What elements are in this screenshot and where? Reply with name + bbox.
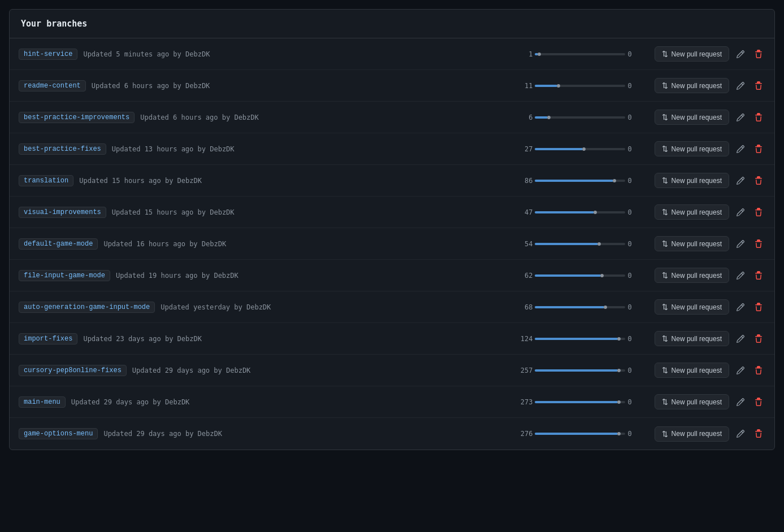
bar-behind bbox=[621, 433, 625, 435]
progress-section: 62 0 bbox=[245, 272, 655, 280]
bar-container bbox=[535, 179, 625, 182]
behind-count: 0 bbox=[627, 50, 631, 58]
bar-ahead bbox=[535, 85, 557, 87]
edit-branch-button[interactable] bbox=[734, 395, 747, 409]
new-pr-label: New pull request bbox=[672, 272, 722, 280]
new-pull-request-button[interactable]: ⇅ New pull request bbox=[655, 110, 729, 125]
bar-behind bbox=[621, 338, 625, 340]
delete-branch-button[interactable] bbox=[752, 142, 765, 156]
trash-icon bbox=[754, 176, 763, 185]
branch-row: translation Updated 15 hours ago by Debz… bbox=[10, 165, 774, 197]
pencil-icon bbox=[736, 429, 745, 438]
branch-actions: ⇅ New pull request bbox=[655, 46, 765, 62]
delete-branch-button[interactable] bbox=[752, 79, 765, 93]
pull-request-icon: ⇅ bbox=[662, 271, 668, 280]
pencil-icon bbox=[736, 271, 745, 280]
new-pr-label: New pull request bbox=[672, 82, 722, 90]
ahead-count: 6 bbox=[516, 114, 532, 121]
new-pull-request-button[interactable]: ⇅ New pull request bbox=[655, 204, 729, 220]
bar-container bbox=[535, 274, 625, 277]
delete-branch-button[interactable] bbox=[752, 237, 765, 251]
bar-behind bbox=[551, 116, 625, 119]
branch-actions: ⇅ New pull request bbox=[655, 204, 765, 220]
bar-container bbox=[535, 242, 625, 246]
new-pull-request-button[interactable]: ⇅ New pull request bbox=[655, 268, 729, 283]
delete-branch-button[interactable] bbox=[752, 300, 765, 314]
pull-request-icon: ⇅ bbox=[662, 208, 668, 216]
edit-branch-button[interactable] bbox=[734, 142, 747, 156]
bar-behind bbox=[560, 85, 625, 87]
new-pull-request-button[interactable]: ⇅ New pull request bbox=[655, 363, 729, 378]
progress-section: 273 0 bbox=[245, 398, 655, 406]
new-pull-request-button[interactable]: ⇅ New pull request bbox=[655, 46, 729, 62]
bar-behind bbox=[586, 148, 625, 150]
edit-branch-button[interactable] bbox=[734, 206, 747, 219]
delete-branch-button[interactable] bbox=[752, 111, 765, 124]
progress-wrap: 11 0 bbox=[516, 82, 631, 90]
branch-name: best-practice-fixes bbox=[19, 143, 106, 155]
bar-container bbox=[535, 337, 625, 341]
new-pull-request-button[interactable]: ⇅ New pull request bbox=[655, 141, 729, 156]
edit-branch-button[interactable] bbox=[734, 237, 747, 251]
new-pull-request-button[interactable]: ⇅ New pull request bbox=[655, 236, 729, 251]
pencil-icon bbox=[736, 176, 745, 185]
ahead-count: 257 bbox=[516, 367, 532, 374]
branch-row: import-fixes Updated 23 days ago by Debz… bbox=[10, 323, 774, 355]
pencil-icon bbox=[736, 81, 745, 90]
edit-branch-button[interactable] bbox=[734, 174, 747, 187]
progress-section: 124 0 bbox=[245, 335, 655, 343]
new-pull-request-button[interactable]: ⇅ New pull request bbox=[655, 394, 729, 409]
new-pull-request-button[interactable]: ⇅ New pull request bbox=[655, 78, 729, 93]
delete-branch-button[interactable] bbox=[752, 427, 765, 441]
pull-request-icon: ⇅ bbox=[662, 176, 668, 185]
new-pr-label: New pull request bbox=[672, 145, 722, 153]
branch-name: best-practice-improvements bbox=[19, 112, 135, 123]
pull-request-icon: ⇅ bbox=[662, 113, 668, 121]
delete-branch-button[interactable] bbox=[752, 47, 765, 61]
bar-container bbox=[535, 147, 625, 151]
branch-meta: Updated 15 hours ago by DebzDK bbox=[112, 208, 235, 216]
behind-count: 0 bbox=[627, 208, 631, 216]
branch-actions: ⇅ New pull request bbox=[655, 268, 765, 283]
edit-branch-button[interactable] bbox=[734, 364, 747, 377]
delete-branch-button[interactable] bbox=[752, 269, 765, 282]
bar-container bbox=[535, 306, 625, 309]
progress-section: 276 0 bbox=[245, 430, 655, 438]
delete-branch-button[interactable] bbox=[752, 206, 765, 219]
branch-row: default-game-mode Updated 16 hours ago b… bbox=[10, 228, 774, 260]
edit-branch-button[interactable] bbox=[734, 111, 747, 124]
pencil-icon bbox=[736, 239, 745, 248]
new-pull-request-button[interactable]: ⇅ New pull request bbox=[655, 299, 729, 315]
branch-row: main-menu Updated 29 days ago by DebzDK … bbox=[10, 386, 774, 418]
bar-container bbox=[535, 84, 625, 88]
behind-count: 0 bbox=[627, 240, 631, 248]
edit-branch-button[interactable] bbox=[734, 79, 747, 93]
pull-request-icon: ⇅ bbox=[662, 145, 668, 153]
delete-branch-button[interactable] bbox=[752, 364, 765, 377]
progress-wrap: 86 0 bbox=[516, 177, 631, 185]
ahead-count: 62 bbox=[516, 272, 532, 280]
delete-branch-button[interactable] bbox=[752, 332, 765, 346]
branch-info: best-practice-improvements Updated 6 hou… bbox=[19, 112, 245, 123]
branch-actions: ⇅ New pull request bbox=[655, 141, 765, 156]
bar-ahead bbox=[535, 306, 604, 308]
bar-container bbox=[535, 400, 625, 404]
edit-branch-button[interactable] bbox=[734, 427, 747, 441]
trash-icon bbox=[754, 429, 763, 438]
new-pull-request-button[interactable]: ⇅ New pull request bbox=[655, 173, 729, 188]
edit-branch-button[interactable] bbox=[734, 269, 747, 282]
new-pull-request-button[interactable]: ⇅ New pull request bbox=[655, 331, 729, 346]
pencil-icon bbox=[736, 366, 745, 375]
edit-branch-button[interactable] bbox=[734, 300, 747, 314]
delete-branch-button[interactable] bbox=[752, 395, 765, 409]
branch-name: cursory-pep8online-fixes bbox=[19, 365, 127, 376]
edit-branch-button[interactable] bbox=[734, 47, 747, 61]
new-pull-request-button[interactable]: ⇅ New pull request bbox=[655, 426, 729, 442]
bar-behind bbox=[616, 180, 625, 182]
delete-branch-button[interactable] bbox=[752, 174, 765, 187]
trash-icon bbox=[754, 398, 763, 407]
progress-wrap: 68 0 bbox=[516, 303, 631, 311]
edit-branch-button[interactable] bbox=[734, 332, 747, 346]
bar-container bbox=[535, 53, 625, 56]
progress-section: 47 0 bbox=[245, 208, 655, 216]
